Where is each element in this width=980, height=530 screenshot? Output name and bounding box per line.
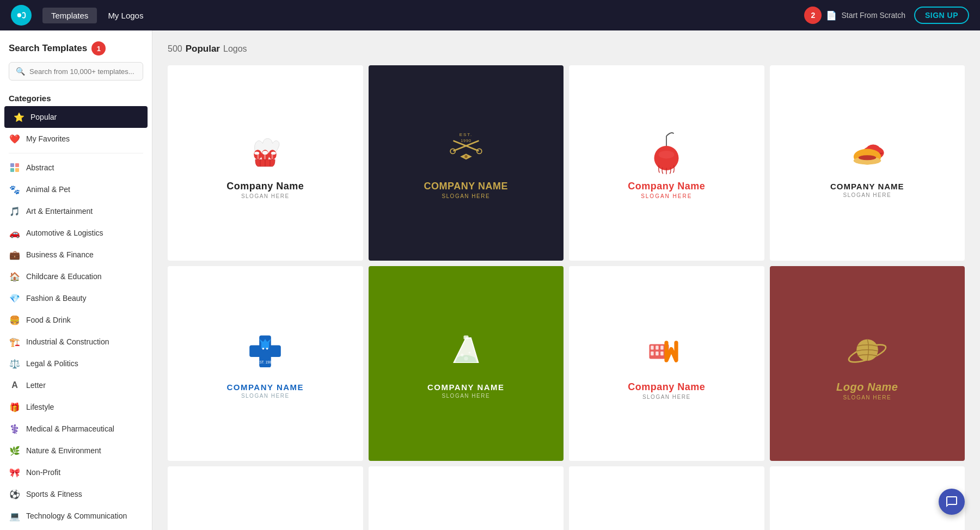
sidebar-item-label: Business & Finance [26,250,94,259]
svg-point-35 [262,348,265,350]
sidebar-item-medical[interactable]: ⚕️ Medical & Pharmaceutical [0,418,152,440]
result-count: 500 [168,44,182,54]
sidebar-item-childcare[interactable]: 🏠 Childcare & Education [0,266,152,287]
logo-slogan: SLOGAN HERE [442,393,490,399]
logo-slogan: Slogan Here [442,193,490,199]
main-layout: Search Templates 1 🔍 Categories ⭐ Popula… [0,30,980,530]
svg-rect-40 [463,335,468,339]
popcorn-icon [241,126,290,175]
sidebar-item-art[interactable]: 🎵 Art & Entertainment [0,200,152,222]
scratch-label: Start From Scratch [841,11,905,20]
chat-button[interactable] [939,489,965,515]
content-header: 500 Popular Logos [168,44,965,54]
svg-point-23 [464,155,467,158]
logo-slogan: SLOGAN HERE [642,394,691,400]
svg-point-12 [262,151,268,155]
lifestyle-icon: 🎁 [9,401,21,413]
nav-templates[interactable]: Templates [42,8,97,23]
sidebar-item-label: Popular [30,113,57,121]
sidebar-item-popular[interactable]: ⭐ Popular [4,106,148,128]
logo-grid: Company Name SLOGAN HERE EST. 1990 [168,65,965,530]
tech-icon: 💻 [9,510,21,522]
hotdog-icon [843,127,892,176]
sidebar-item-food[interactable]: 🍔 Food & Drink [0,309,152,331]
sidebar-item-legal[interactable]: ⚖️ Legal & Politics [0,353,152,374]
sidebar-item-label: Childcare & Education [26,272,102,281]
logo-inner: Company Name SLOGAN HERE [580,76,754,250]
category-name: Popular [186,44,220,54]
sidebar-item-abstract[interactable]: Abstract [0,157,152,178]
film-n-icon [642,327,691,376]
categories-label: Categories [0,89,152,106]
sidebar-item-animal[interactable]: 🐾 Animal & Pet [0,178,152,200]
childcare-icon: 🏠 [9,270,21,282]
logo-card[interactable]: Company Name Slogan Here [168,466,363,530]
search-box[interactable]: 🔍 [9,62,143,81]
logo-inner: COMPANY NAME Slogan Here [379,477,553,530]
sidebar-item-industrial[interactable]: 🏗️ Industrial & Construction [0,331,152,353]
sidebar-item-tech[interactable]: 💻 Technology & Communication [0,505,152,527]
svg-text:EST. 1980: EST. 1980 [258,360,274,364]
logo-card[interactable]: Logo Name SLOGAN HERE [770,266,965,461]
start-from-scratch-btn[interactable]: 2 📄 Start From Scratch [804,7,905,24]
svg-point-11 [254,152,259,155]
heart-icon: ❤️ [9,133,21,145]
sidebar-item-label: Automotive & Logistics [26,229,103,237]
logo-card[interactable]: COMPANY NAME SLOGAN HERE [770,65,965,261]
logo-slogan: SLOGAN HERE [843,395,891,400]
logo-card[interactable]: COMPANY NAME SLOGAN HERE [569,466,764,530]
logo-inner: EST. 1990 COMPANY NAME Slogan Here [379,76,553,250]
nav-my-logos[interactable]: My Logos [99,8,152,23]
signup-button[interactable]: SIGN UP [914,7,969,24]
document-icon: 📄 [826,10,837,21]
sidebar-item-label: Animal & Pet [26,185,70,194]
tree-icon [843,528,892,530]
popular-icon: ⭐ [13,111,25,123]
animal-icon: 🐾 [9,183,21,195]
logo-card[interactable]: LOGO NAME SLOGAN HERE [770,466,965,530]
sidebar-item-sports[interactable]: ⚽ Sports & Fitness [0,483,152,505]
svg-rect-2 [15,163,19,167]
svg-rect-4 [15,168,19,172]
logo-slogan: Slogan Here [241,393,290,399]
app-logo[interactable] [11,5,32,26]
content-area: 500 Popular Logos [152,30,980,530]
svg-point-41 [461,354,463,356]
logo-inner: COMPANY NAME SLOGAN HERE [379,277,553,451]
scissors-icon: EST. 1990 [442,126,491,175]
logo-card[interactable]: EST. 1980 COMPANY NAME Slogan Here [168,266,363,461]
svg-rect-47 [660,346,663,349]
sidebar-item-favorites[interactable]: ❤️ My Favorites [0,128,152,150]
logo-card[interactable]: EST. 1990 COMPANY NAME Slogan Here [369,65,564,261]
auto-icon: 🚗 [9,227,21,239]
search-step-badge: 1 [91,41,106,56]
sidebar-item-business[interactable]: 💼 Business & Finance [0,244,152,266]
sidebar-item-label: Fashion & Beauty [26,294,87,303]
art-icon: 🎵 [9,205,21,217]
abstract-icon [9,162,21,174]
sidebar-item-label: Abstract [26,163,54,172]
svg-rect-46 [656,346,658,349]
sidebar-item-letter[interactable]: A Letter [0,374,152,396]
logo-slogan: SLOGAN HERE [843,192,891,198]
sidebar-item-nonprofit[interactable]: 🎀 Non-Profit [0,461,152,483]
svg-point-13 [271,152,276,155]
sidebar-item-fashion[interactable]: 💎 Fashion & Beauty [0,287,152,309]
header-nav: Templates My Logos [42,8,152,23]
logo-inner: EST. 1980 COMPANY NAME Slogan Here [179,277,352,451]
logo-card[interactable]: Company Name SLOGAN HERE [569,65,764,261]
sidebar-item-auto[interactable]: 🚗 Automotive & Logistics [0,222,152,244]
logo-card[interactable]: Company Name SLOGAN HERE [569,266,764,461]
logo-card[interactable]: COMPANY NAME SLOGAN HERE [369,266,564,461]
svg-rect-45 [651,346,653,349]
logo-card[interactable]: Company Name SLOGAN HERE [168,65,363,261]
sidebar-item-nature[interactable]: 🌿 Nature & Environment [0,440,152,461]
legal-icon: ⚖️ [9,358,21,369]
cherry-icon [642,126,691,175]
svg-rect-49 [656,352,658,355]
sidebar-item-lifestyle[interactable]: 🎁 Lifestyle [0,396,152,418]
logo-card[interactable]: COMPANY NAME Slogan Here [369,466,564,530]
logo-name: COMPANY NAME [226,383,304,392]
search-input[interactable] [29,67,136,76]
search-section: Search Templates 1 🔍 [0,41,152,89]
